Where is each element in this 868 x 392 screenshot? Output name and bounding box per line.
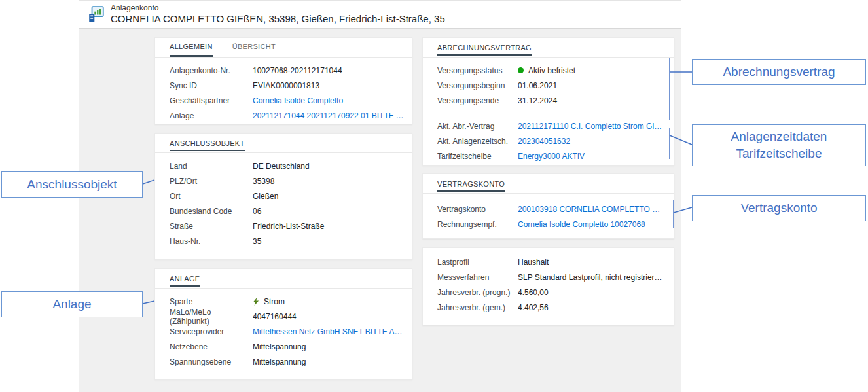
anlage-link[interactable]: 202112171044 202112170922 01 BITTE AENDE… [253,111,404,120]
field-label: Ort [170,192,253,201]
field-label: Versorgungsstatus [437,66,518,75]
vertragskonto-card: VERTRAGSKONTO Vertragskonto 200103918 CO… [422,173,674,239]
field-label: Haus-Nr. [170,237,253,246]
callout-anlage: Anlage [1,291,143,317]
serviceprovider-link[interactable]: Mittelhessen Netz GmbH SNET BITTE AENDER… [253,327,404,336]
field-row: Ort Gießen [170,188,404,204]
field-row: Spannungsebene Mittelspannung [170,354,404,369]
card-title: ANLAGE [170,275,200,287]
field-value: 35 [253,237,404,246]
anlagenzeitscheibe-link[interactable]: 202304051632 [518,137,666,146]
anlage-card: ANLAGE Sparte Strom MaLo/MeLo (Zählpunkt… [154,268,412,380]
field-row: Sync ID EVIAK0000001813 [170,78,404,93]
field-row: Vertragskonto 200103918 CORNELIA COMPLET… [437,202,666,217]
field-list: Sparte Strom MaLo/MeLo (Zählpunkt) 40471… [155,289,412,369]
field-value: Gießen [253,192,404,201]
field-label: Akt. Abr.-Vertrag [437,122,518,131]
field-label: Rechnungsempf. [437,220,518,229]
page: Anlagenkonto CORNELIA COMPLETTO GIEßEN, … [0,0,868,392]
field-value: 35398 [253,177,404,186]
field-label: Jahresverbr. (gem.) [437,303,518,312]
field-label: Messverfahren [437,273,518,282]
field-row: Netzebene Mittelspannung [170,339,404,354]
tab-allgemein[interactable]: ALLGEMEIN [170,38,213,57]
field-value: DE Deutschland [253,162,404,171]
field-value: 06 [253,207,404,216]
field-label: Sparte [170,297,253,306]
field-label: PLZ/Ort [170,177,253,186]
field-row: Lastprofil Haushalt [437,255,666,270]
field-label: Anlage [170,111,253,120]
card-header: VERTRAGSKONTO [423,174,674,194]
field-row: PLZ/Ort 35398 [170,173,404,188]
field-label: Straße [170,222,253,231]
geschaeftspartner-link[interactable]: Cornelia Isolde Completto [253,96,404,105]
rechnungsempfaenger-link[interactable]: Cornelia Isolde Completto 10027068 [518,220,666,229]
field-row: Anlagenkonto-Nr. 10027068-202112171044 [170,63,404,78]
callout-text: Anlage [52,296,91,313]
field-value: Strom [253,297,404,306]
field-row: Land DE Deutschland [170,158,404,173]
field-value: Friedrich-List-Straße [253,222,404,231]
header-titles: Anlagenkonto CORNELIA COMPLETTO GIEßEN, … [111,3,445,26]
callout-text: Anlagenzeitdaten [731,128,827,145]
field-label: Versorgungsbeginn [437,81,518,90]
callout-text: Abrechnungsvertrag [723,63,835,80]
card-title: ANSCHLUSSOBJEKT [170,139,245,151]
abrechnungsvertrag-link[interactable]: 202112171110 C.I. Completto Strom Gießen [518,122,666,131]
field-row: Akt. Anlagenzeitsch. 202304051632 [437,134,666,149]
field-label: Netzebene [170,342,253,351]
field-label: Anlagenkonto-Nr. [170,66,253,75]
field-value: 10027068-202112171044 [253,66,404,75]
tarifzeitscheibe-link[interactable]: Energy3000 AKTIV [518,152,666,161]
field-label: Serviceprovider [170,327,253,336]
callout-text: Vertragskonto [740,200,817,217]
field-row: Versorgungsende 31.12.2024 [437,93,666,108]
field-label: Land [170,162,253,171]
field-label: Versorgungsende [437,96,518,105]
anschlussobjekt-card: ANSCHLUSSOBJEKT Land DE Deutschland PLZ/… [154,133,412,260]
verbrauch-card: Lastprofil Haushalt Messverfahren SLP St… [422,247,674,325]
abrechnungsvertrag-card: ABRECHNUNGSVERTRAG Versorgungsstatus Akt… [422,37,674,166]
field-value: 31.12.2024 [518,96,666,105]
field-row: Versorgungsstatus Aktiv befristet [437,63,666,78]
field-label: Geschäftspartner [170,96,253,105]
field-row: Bundesland Code 06 [170,204,404,219]
field-value: Haushalt [518,258,666,267]
callout-anlagenzeitdaten-tarifzeitscheibe: Anlagenzeitdaten Tarifzeitscheibe [692,124,866,166]
callout-anschlussobjekt: Anschlussobjekt [1,171,143,198]
electricity-lightning-icon [253,298,259,306]
field-row: Versorgungsbeginn 01.06.2021 [437,78,666,93]
callout-text: Tarifzeitscheibe [736,145,822,162]
field-list: Lastprofil Haushalt Messverfahren SLP St… [423,248,674,315]
field-value: 4047160444 [253,312,404,321]
tab-uebersicht[interactable]: ÜBERSICHT [232,38,276,57]
field-row: Serviceprovider Mittelhessen Netz GmbH S… [170,324,404,339]
field-row: Akt. Abr.-Vertrag 202112171110 C.I. Comp… [437,118,666,134]
field-value: 4.402,56 [518,303,666,312]
card-header: ANSCHLUSSOBJEKT [155,134,412,153]
field-label: MaLo/MeLo (Zählpunkt) [170,308,253,326]
app-header: Anlagenkonto CORNELIA COMPLETTO GIEßEN, … [79,0,681,29]
field-row: MaLo/MeLo (Zählpunkt) 4047160444 [170,309,404,324]
field-row: Haus-Nr. 35 [170,234,404,249]
field-label: Spannungsebene [170,357,253,366]
content-area: ALLGEMEIN ÜBERSICHT Anlagenkonto-Nr. 100… [79,29,681,392]
card-header: ANLAGE [155,269,412,289]
field-list: Versorgungsstatus Aktiv befristet Versor… [423,58,674,164]
callout-text: Anschlussobjekt [27,176,117,193]
field-label: Akt. Anlagenzeitsch. [437,137,518,146]
field-row: Straße Friedrich-List-Straße [170,219,404,234]
field-row: Jahresverbr. (progn.) 4.560,00 [437,285,666,300]
field-row: Jahresverbr. (gem.) 4.402,56 [437,300,666,315]
field-value: Aktiv befristet [518,66,666,75]
status-text: Aktiv befristet [528,66,575,75]
field-row: Geschäftspartner Cornelia Isolde Complet… [170,93,404,108]
card-header: ABRECHNUNGSVERTRAG [423,38,674,58]
field-label: Vertragskonto [437,205,518,214]
field-label: Lastprofil [437,258,518,267]
field-value: SLP Standard Lastprofil, nicht registrie… [518,273,666,282]
vertragskonto-link[interactable]: 200103918 CORNELIA COMPLETTO GIEßEN [518,205,666,214]
allgemein-card: ALLGEMEIN ÜBERSICHT Anlagenkonto-Nr. 100… [154,37,412,124]
sparte-value: Strom [264,297,285,306]
